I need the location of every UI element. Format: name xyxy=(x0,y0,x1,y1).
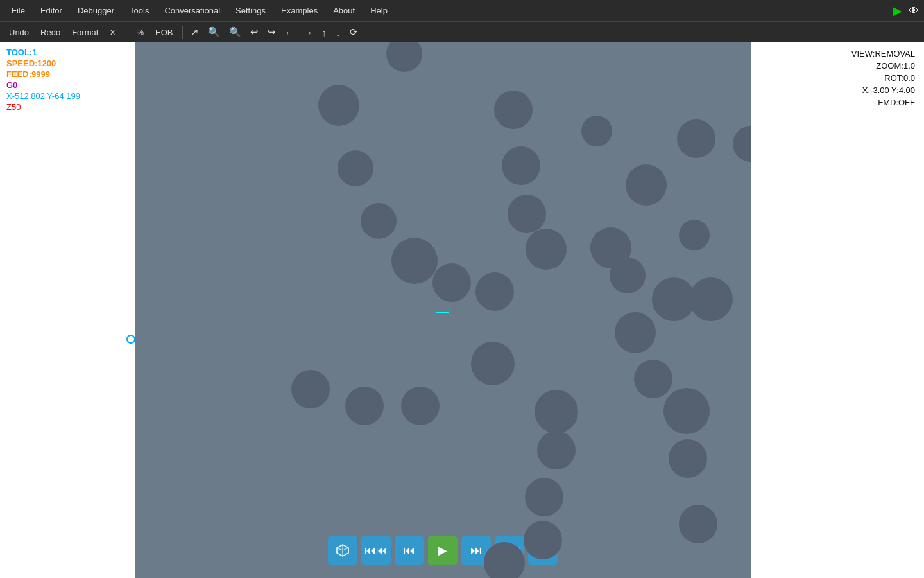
tool-info: TOOL:1 xyxy=(6,48,128,57)
viewport-dot xyxy=(291,370,330,408)
x-button[interactable]: X__ xyxy=(106,26,128,39)
viewport-dot xyxy=(733,126,751,162)
viewport-dot xyxy=(361,203,397,239)
menu-tools[interactable]: Tools xyxy=(123,3,155,18)
viewport-dot xyxy=(345,387,384,425)
viewport-dot xyxy=(535,390,578,434)
g0-info: G0 xyxy=(6,80,128,90)
curve-icon[interactable]: ↗ xyxy=(188,25,201,39)
viewport-dot xyxy=(525,478,563,516)
refresh-icon[interactable]: ⟳ xyxy=(347,25,361,39)
viewport-dot xyxy=(338,150,373,186)
toolbar: Undo Redo Format X__ % EOB ↗ 🔍 🔍 ↩ ↪ ← →… xyxy=(0,21,924,42)
viewport-dot xyxy=(524,521,562,559)
xy-info-right: X:-3.00 Y:4.00 xyxy=(862,85,915,95)
redo-button[interactable]: Redo xyxy=(37,26,64,39)
redo-curve-icon[interactable]: ↪ xyxy=(265,25,278,39)
menu-file[interactable]: File xyxy=(5,3,31,18)
viewport-dot xyxy=(471,342,515,385)
feed-info: FEED:9999 xyxy=(6,69,128,79)
arrow-down-icon[interactable]: ↓ xyxy=(333,26,343,39)
viewport-dot xyxy=(494,91,533,129)
menu-debugger[interactable]: Debugger xyxy=(71,3,121,18)
viewport-dot xyxy=(386,42,422,72)
viewport-dot xyxy=(663,388,710,434)
menu-conversational[interactable]: Conversational xyxy=(158,3,227,18)
left-panel: TOOL:1 SPEED:1200 FEED:9999 G0 X-512.802… xyxy=(0,42,135,578)
zoom-info: ZOOM:1.0 xyxy=(876,61,915,71)
pb-play-button[interactable]: ▶ xyxy=(428,536,458,565)
format-button[interactable]: Format xyxy=(68,26,102,39)
crosshair-horizontal xyxy=(436,312,449,313)
viewport-dot xyxy=(679,220,710,250)
viewport-dot xyxy=(526,229,567,270)
svg-line-2 xyxy=(343,548,348,550)
viewport-dot xyxy=(391,238,438,284)
arrow-up-icon[interactable]: ↑ xyxy=(320,26,330,39)
viewport-dot xyxy=(537,431,576,469)
menu-editor[interactable]: Editor xyxy=(34,3,69,18)
run-button[interactable]: ▶ xyxy=(893,4,902,18)
viewport-dot xyxy=(634,360,672,398)
right-panel: VIEW:REMOVAL ZOOM:1.0 ROT:0.0 X:-3.00 Y:… xyxy=(751,42,924,578)
percent-button[interactable]: % xyxy=(132,26,148,39)
toolbar-separator-1 xyxy=(182,26,183,39)
zoom-in-icon[interactable]: 🔍 xyxy=(227,25,244,39)
z-info: Z50 xyxy=(6,102,128,112)
menu-settings[interactable]: Settings xyxy=(229,3,272,18)
main-area: TOOL:1 SPEED:1200 FEED:9999 G0 X-512.802… xyxy=(0,42,924,578)
viewport-dot xyxy=(626,164,667,206)
speed-info: SPEED:1200 xyxy=(6,58,128,68)
viewport-dot xyxy=(484,542,525,578)
undo-curve-icon[interactable]: ↩ xyxy=(248,25,261,39)
pb-cube-button[interactable] xyxy=(328,536,357,565)
arrow-right-icon[interactable]: → xyxy=(301,26,316,39)
viewport-dot xyxy=(615,312,656,353)
zoom-out-icon[interactable]: 🔍 xyxy=(205,25,223,39)
viewport-dot xyxy=(508,195,546,233)
viewport-dot xyxy=(610,258,646,293)
viewport-dot xyxy=(401,387,440,425)
menu-examples[interactable]: Examples xyxy=(275,3,324,18)
pb-skip-back-button[interactable]: ⏮ xyxy=(395,536,424,565)
view-button[interactable]: 👁 xyxy=(909,5,919,17)
viewport[interactable]: ⏮⏮ ⏮ ▶ ⏭ ⏭⏭ ⟳ xyxy=(135,42,751,578)
viewport-dot xyxy=(502,146,540,185)
viewport-dot xyxy=(689,277,733,321)
viewport-dot xyxy=(677,119,715,158)
menu-about[interactable]: About xyxy=(327,3,361,18)
viewport-dot xyxy=(432,263,471,302)
fmd-info: FMD:OFF xyxy=(878,98,915,107)
crosshair-vertical xyxy=(449,306,450,319)
viewport-dot xyxy=(669,439,707,478)
viewport-dot xyxy=(318,85,359,126)
viewport-dot xyxy=(679,505,717,543)
edge-circle xyxy=(126,335,135,344)
pb-rewind-button[interactable]: ⏮⏮ xyxy=(361,536,391,565)
view-info: VIEW:REMOVAL xyxy=(851,49,915,58)
viewport-dot xyxy=(475,272,514,311)
arrow-left-icon[interactable]: ← xyxy=(282,26,297,39)
undo-button[interactable]: Undo xyxy=(5,26,33,39)
viewport-dot xyxy=(581,116,612,146)
rot-info: ROT:0.0 xyxy=(884,73,915,83)
menu-help[interactable]: Help xyxy=(364,3,394,18)
eob-button[interactable]: EOB xyxy=(151,26,176,39)
xy-info: X-512.802 Y-64.199 xyxy=(6,91,128,101)
menubar: File Editor Debugger Tools Conversationa… xyxy=(0,0,924,21)
